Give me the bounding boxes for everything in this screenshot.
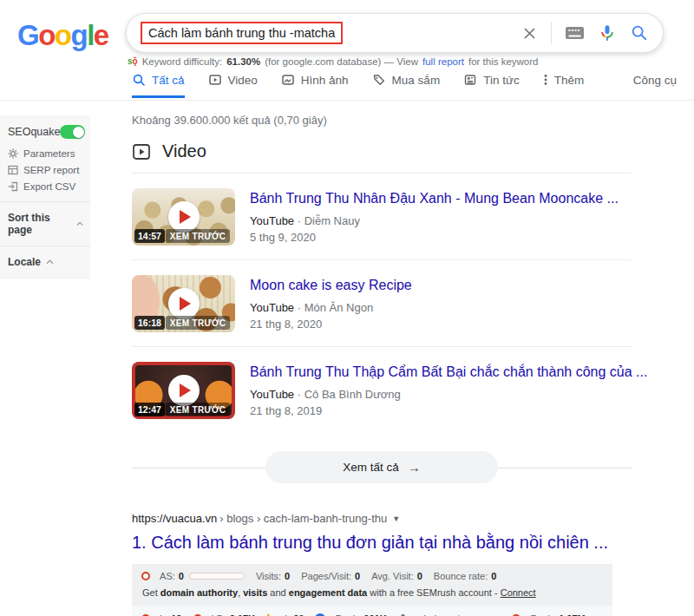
video-preview-badge: XEM TRƯỚC [166,316,231,330]
search-divider [551,22,552,44]
search-query-text[interactable]: Cách làm bánh trung thu -matcha [148,26,335,40]
locale-toggle[interactable]: Locale [8,256,83,268]
google-logo[interactable]: Google [17,19,108,52]
video-thumbnail[interactable]: 14:57 XEM TRƯỚC [132,188,235,246]
promo-bold: visits [243,587,267,598]
video-date: 5 thg 9, 2020 [250,231,619,244]
seoquake-difficulty-bar: sǭ Keyword difficulty: 61.30% (for googl… [128,56,538,67]
arrow-right-icon: → [408,460,421,475]
see-all-button[interactable]: Xem tất cả → [265,451,498,483]
search-tabs: Tất cả Video Hình ảnh Mua sắm Tin tức Th… [132,73,677,98]
video-preview-badge: XEM TRƯỚC [166,403,231,416]
video-source: YouTube [250,388,294,401]
video-title-link[interactable]: Moon cake is easy Recipe [250,278,412,293]
chevron-down-icon[interactable]: ▼ [392,514,400,523]
visits-value: 0 [285,571,290,581]
tab-shopping[interactable]: Mua sắm [372,73,441,98]
search-bar[interactable]: Cách làm bánh trung thu -matcha [126,13,664,53]
as-label: AS: [160,571,175,581]
video-result: 14:57 XEM TRƯỚC Bánh Trung Thu Nhân Đậu … [132,174,632,260]
toggle-knob [73,127,84,138]
play-icon [168,375,200,406]
seoquake-toggle[interactable] [60,125,85,139]
breadcrumb: https://vuacua.vn › blogs › cach-lam-ban… [132,512,632,525]
tools-button[interactable]: Công cụ [633,73,677,87]
locale-section: Locale [0,246,90,278]
avg-visit-label: Avg. Visit: [371,571,414,581]
video-section-header: Video [132,141,632,161]
promo-bold: engagement data [289,587,367,598]
video-section-title: Video [162,141,206,161]
bounce-rate-label: Bounce rate: [434,571,488,581]
tab-label: Tin tức [483,74,520,87]
video-preview-badge: XEM TRƯỚC [166,229,231,243]
video-result: 12:47 XEM TRƯỚC Bánh Trung Thu Thập Cẩm … [132,347,632,433]
tab-all[interactable]: Tất cả [132,73,185,98]
tab-label: Thêm [554,74,585,87]
logo-letter: G [17,19,38,51]
result-title-link[interactable]: 1. Cách làm bánh trung thu đơn giản tại … [132,533,632,553]
video-channel: Cô Ba Bình Dương [304,388,401,401]
full-report-link[interactable]: full report [422,56,464,67]
sidebar-item-export-csv[interactable]: Export CSV [8,181,83,192]
microphone-icon[interactable] [598,23,617,43]
seoquake-title: SEOquake [8,126,60,138]
tab-label: Mua sắm [392,74,441,87]
breadcrumb-domain[interactable]: https://vuacua.vn [132,512,217,525]
logo-letter: g [71,19,88,51]
avg-visit-value: 0 [417,571,422,581]
difficulty-value: 61.30% [226,56,260,67]
video-title-link[interactable]: Bánh Trung Thu Nhân Đậu Xanh - Mung Bean… [250,191,619,206]
tab-more[interactable]: Thêm [543,73,585,98]
video-duration: 14:57 [134,229,165,243]
news-icon [463,73,477,87]
gear-icon [8,148,18,159]
sidebar-item-serp-report[interactable]: SERP report [8,165,83,175]
video-source: YouTube [250,214,294,227]
video-thumbnail[interactable]: 12:47 XEM TRƯỚC [132,362,235,419]
sidebar-item-label: SERP report [23,165,79,175]
clear-icon[interactable] [521,25,538,42]
video-duration: 16:18 [134,316,165,330]
breadcrumb-path: › blogs › cach-lam-banh-trung-thu [219,512,387,525]
video-icon [208,73,222,87]
video-title-link[interactable]: Bánh Trung Thu Thập Cẩm Bất Bại chắc chắ… [250,364,647,380]
tab-video[interactable]: Video [208,73,258,98]
keyboard-icon[interactable] [565,25,585,41]
tab-label: Video [228,74,258,87]
search-submit-icon[interactable] [630,23,649,43]
tab-images[interactable]: Hình ảnh [281,73,349,98]
separator: · [294,388,304,401]
shopping-tag-icon [372,73,386,87]
google-serp-page: Google Cách làm bánh trung thu -matcha s… [0,0,694,616]
organic-result: https://vuacua.vn › blogs › cach-lam-ban… [132,512,632,616]
seoquake-icon: sǭ [128,57,138,66]
sidebar-item-label: Export CSV [23,181,75,192]
tab-news[interactable]: Tin tức [463,73,520,98]
sidebar-item-label: Parameters [23,148,75,159]
promo-text: with a free SEMrush account - [367,587,500,598]
difficulty-suffix: for this keyword [468,56,539,67]
image-icon [281,73,295,87]
sort-this-page-toggle[interactable]: Sort this page [8,212,83,236]
video-channel: Diễm Nauy [304,214,360,227]
seoquake-sidebar: SEOquake Parameters SERP report Export C… [0,115,90,279]
difficulty-note: (for google.com database) — View [265,56,418,67]
more-dots-icon [543,73,548,87]
as-value: 0 [179,571,184,581]
play-icon [168,201,200,233]
separator: · [294,214,304,227]
pages-visit-value: 0 [355,571,360,581]
table-icon [8,165,18,175]
chevron-up-icon [76,221,83,226]
connect-link[interactable]: Connect [501,587,536,598]
tabs-divider [0,100,694,101]
seoquake-panel: SEOquake Parameters SERP report Export C… [0,115,90,202]
pages-visit-label: Pages/Visit: [301,571,351,581]
results-stats: Khoảng 39.600.000 kết quả (0,70 giây) [132,114,632,127]
query-highlight-box: Cách làm bánh trung thu -matcha [141,22,343,44]
visits-label: Visits: [256,571,281,581]
sidebar-item-parameters[interactable]: Parameters [8,148,83,159]
video-thumbnail[interactable]: 16:18 XEM TRƯỚC [132,275,235,332]
see-all-label: Xem tất cả [343,461,399,474]
